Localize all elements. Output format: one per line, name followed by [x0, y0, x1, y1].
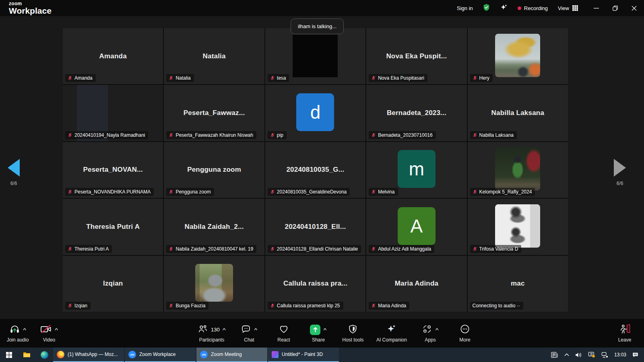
participant-tile[interactable]: Peserta_Fawwaz... Peserta_Fawwazah Khair…: [164, 85, 264, 141]
participant-label-text: Melvina: [378, 189, 394, 195]
participant-tile[interactable]: Pengguna zoom Pengguna zoom: [164, 142, 264, 198]
toolbar-right-group: Leave: [613, 324, 636, 343]
mic-muted-icon: [169, 76, 173, 80]
chat-button[interactable]: ^ Chat: [238, 324, 260, 343]
minimize-button[interactable]: [594, 6, 599, 11]
participant-tile[interactable]: Peserta_NOVAN... Peserta_NOVANDHIKA PURN…: [63, 142, 163, 198]
participant-tile[interactable]: tesa: [265, 28, 365, 84]
react-button[interactable]: React: [272, 324, 295, 343]
taskbar-app-label: Zoom Workplace: [139, 352, 175, 357]
participant-label-text: Nabila Zaidah_20240810047 kel. 19: [175, 246, 253, 252]
participant-name-label: Trifosa Valencia D: [470, 245, 522, 253]
participant-tile[interactable]: Hery: [468, 28, 568, 84]
participant-name-label: Natalia: [166, 74, 194, 82]
participant-name-label: Kelompok 5_Rafly_2024: [470, 188, 535, 196]
participants-caret[interactable]: ^: [223, 328, 226, 331]
restore-button[interactable]: [613, 6, 618, 11]
gallery-grid-icon: [572, 5, 578, 11]
apps-button[interactable]: ^ Apps: [419, 324, 442, 343]
participant-tile[interactable]: m Melvina: [366, 142, 466, 198]
participant-tile[interactable]: 20240810035_G... 20240810035_GeraldineDe…: [265, 142, 365, 198]
network-icon[interactable]: [601, 352, 608, 358]
participant-label-text: Nova Eka Puspitasari: [378, 75, 424, 81]
firefox-icon: [57, 351, 64, 358]
news-widget-icon[interactable]: [551, 352, 558, 358]
security-shield-icon[interactable]: [483, 4, 490, 12]
participant-tile[interactable]: Bunga Fauzia: [164, 256, 264, 312]
more-button[interactable]: More: [454, 324, 476, 343]
next-page-count: 6/6: [617, 181, 623, 186]
tray-chevron-up-icon[interactable]: [564, 353, 569, 356]
join-audio-button[interactable]: ^ Join audio: [6, 324, 29, 343]
edge-browser-button[interactable]: [35, 348, 53, 362]
taskbar-app-whatsapp[interactable]: (1) WhatsApp — Moz...: [53, 348, 124, 362]
apps-caret[interactable]: ^: [435, 328, 438, 331]
logo-workplace-text: Workplace: [9, 6, 52, 15]
host-tools-button[interactable]: Host tools: [342, 324, 364, 343]
participant-label-text: Izqian: [74, 303, 87, 309]
prev-page-arrow-icon[interactable]: [8, 159, 20, 177]
participant-label-text: Callula raissa pramesti klp 25: [277, 303, 340, 309]
participant-tile[interactable]: mac Connecting to audio ··: [468, 256, 568, 312]
gallery-prev-page[interactable]: 6/6: [2, 159, 25, 186]
apps-label: Apps: [425, 337, 436, 343]
participant-tile[interactable]: Kelompok 5_Rafly_2024: [468, 142, 568, 198]
participant-tile[interactable]: d pip: [265, 85, 365, 141]
share-caret[interactable]: ^: [323, 328, 326, 331]
participant-tile[interactable]: A Abdul Aziz Adi Manggala: [366, 199, 466, 255]
mic-muted-icon: [68, 247, 72, 251]
taskbar-app-zoom-workplace[interactable]: zm Zoom Workplace: [125, 348, 196, 362]
next-page-arrow-icon[interactable]: [614, 159, 626, 177]
leave-button[interactable]: Leave: [613, 324, 636, 343]
participant-name-label: pip: [268, 131, 287, 139]
participant-tile[interactable]: 20240410128_Ell... 20240410128_Ellandi C…: [265, 199, 365, 255]
chat-label: Chat: [244, 337, 254, 343]
participant-label-text: Amanda: [74, 75, 93, 81]
headphones-icon: [9, 324, 20, 336]
participant-name-label: Bernadeta_20230710016: [369, 131, 436, 139]
participant-tile[interactable]: Nabilla Laksana Nabilla Laksana: [468, 85, 568, 141]
join-audio-caret[interactable]: ^: [23, 328, 26, 331]
share-button[interactable]: ^ Share: [307, 324, 330, 343]
gallery-next-page[interactable]: 6/6: [609, 159, 631, 186]
leave-label: Leave: [618, 337, 632, 343]
start-button[interactable]: [0, 348, 18, 362]
participant-tile[interactable]: Nabila Zaidah_2... Nabila Zaidah_2024081…: [164, 199, 264, 255]
participant-tile[interactable]: 20240410194_Nayla Ramadhani: [63, 85, 163, 141]
participant-tile[interactable]: Nova Eka Puspit... Nova Eka Puspitasari: [366, 28, 466, 84]
mic-muted-icon: [371, 247, 376, 251]
participant-label-text: Kelompok 5_Rafly_2024: [479, 189, 532, 195]
participant-tile[interactable]: Maria Adinda Maria Adinda: [366, 256, 466, 312]
video-caret[interactable]: ^: [55, 328, 58, 331]
participant-tile[interactable]: Bernadeta_2023... Bernadeta_20230710016: [366, 85, 466, 141]
video-button[interactable]: ^ Video: [38, 324, 60, 343]
participant-name-label: Nabila Zaidah_20240810047 kel. 19: [166, 245, 256, 253]
taskbar-app-zoom-meeting[interactable]: zm Zoom Meeting: [196, 348, 267, 362]
participant-name-label: Connecting to audio ··: [470, 302, 523, 310]
volume-icon[interactable]: [575, 352, 582, 358]
sign-in-link[interactable]: Sign in: [457, 5, 473, 11]
meeting-toolbar: ^ Join audio ^ Video: [0, 319, 644, 348]
participant-label-text: Maria Adinda: [378, 303, 406, 309]
file-explorer-button[interactable]: [18, 348, 35, 362]
chat-caret[interactable]: ^: [254, 328, 257, 331]
view-button[interactable]: View: [558, 5, 578, 11]
ai-companion-button[interactable]: AI Companion: [376, 324, 407, 343]
participants-button[interactable]: 130 ^ Participants: [198, 324, 226, 343]
participant-tile[interactable]: Callula raissa pra... Callula raissa pra…: [265, 256, 365, 312]
mic-muted-icon: [371, 76, 376, 80]
participant-tile[interactable]: Theresia Putri A Theresia Putri A: [63, 199, 163, 255]
participant-tile[interactable]: Amanda Amanda: [63, 28, 163, 84]
notification-center-icon[interactable]: [632, 352, 638, 358]
ai-sparkle-icon[interactable]: [500, 4, 508, 12]
participant-tile[interactable]: Trifosa Valencia D: [468, 199, 568, 255]
sync-status-icon[interactable]: [588, 352, 595, 358]
mic-muted-icon: [169, 303, 173, 308]
taskbar-clock[interactable]: 13:03: [614, 352, 626, 358]
participant-tile[interactable]: Natalia Natalia: [164, 28, 264, 84]
taskbar-app-paint3d[interactable]: Untitled* - Paint 3D: [268, 348, 339, 362]
participant-tile[interactable]: Izqian Izqian: [63, 256, 163, 312]
close-button[interactable]: [632, 6, 637, 11]
mic-muted-icon: [473, 189, 477, 194]
participant-label-text: pip: [277, 132, 283, 138]
